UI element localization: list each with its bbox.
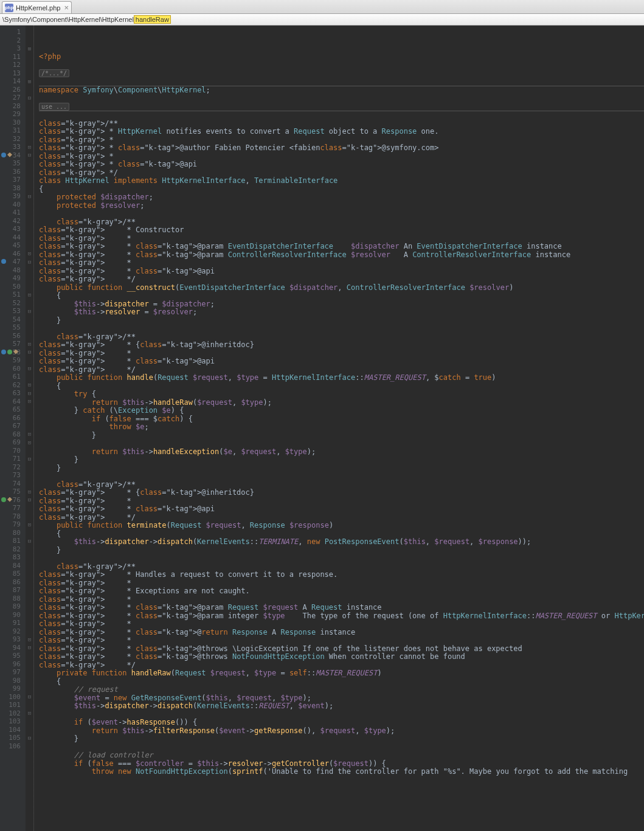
line-number[interactable]: 54 bbox=[0, 316, 21, 324]
line-number[interactable]: 99 bbox=[0, 684, 21, 693]
code-line[interactable]: } bbox=[39, 464, 644, 473]
fold-toggle[interactable]: ⊟ bbox=[26, 455, 33, 463]
line-number[interactable]: 101 bbox=[0, 701, 21, 709]
code-line[interactable]: private function handleRaw(Request $requ… bbox=[39, 669, 644, 678]
line-number[interactable]: 91 bbox=[0, 619, 21, 627]
fold-toggle[interactable]: ⊟ bbox=[26, 151, 33, 160]
line-number[interactable]: 40 bbox=[0, 201, 21, 209]
line-number[interactable]: 28 bbox=[0, 102, 21, 111]
line-number[interactable]: 98 bbox=[0, 677, 21, 685]
code-line[interactable]: $this->dispatcher->dispatch(KernelEvents… bbox=[39, 538, 644, 547]
code-line[interactable]: class="k-gray">/** bbox=[39, 120, 644, 128]
line-number[interactable]: 1 bbox=[0, 28, 21, 36]
fold-toggle[interactable]: ⊟ bbox=[26, 537, 33, 545]
line-number[interactable]: 14 bbox=[0, 77, 21, 86]
code-line[interactable]: class="k-gray"> * class="k-tag">@param i… bbox=[39, 612, 644, 621]
fold-toggle[interactable] bbox=[26, 595, 33, 603]
fold-toggle[interactable]: ⊟ bbox=[26, 734, 33, 742]
code-line[interactable]: } catch (\Exception $e) { bbox=[39, 407, 644, 415]
line-number[interactable]: 89 bbox=[0, 602, 21, 611]
line-number[interactable]: 36 bbox=[0, 168, 21, 176]
line-number[interactable]: 82 bbox=[0, 545, 21, 554]
implements-icon[interactable] bbox=[7, 497, 12, 502]
line-number[interactable]: 60 bbox=[0, 365, 21, 373]
code-line[interactable]: } bbox=[39, 735, 644, 743]
line-number[interactable]: 12 bbox=[0, 61, 21, 69]
line-number[interactable]: 11 bbox=[0, 53, 21, 61]
code-line[interactable]: { bbox=[39, 292, 644, 300]
line-number[interactable]: 51 bbox=[0, 291, 21, 299]
code-line[interactable]: class="k-gray"> * bbox=[39, 620, 644, 629]
fold-toggle[interactable] bbox=[26, 159, 33, 168]
line-number[interactable]: 75 bbox=[0, 488, 21, 496]
code-line[interactable] bbox=[39, 77, 644, 86]
line-number[interactable]: 76 bbox=[0, 496, 21, 505]
fold-toggle[interactable] bbox=[26, 184, 33, 193]
fold-toggle[interactable]: ⊡ bbox=[26, 430, 33, 439]
code-line[interactable] bbox=[39, 440, 644, 448]
code-line[interactable]: protected $resolver; bbox=[39, 202, 644, 210]
fold-toggle[interactable]: ⊞ bbox=[26, 44, 33, 53]
code-line[interactable]: class="k-gray"> * bbox=[39, 136, 644, 145]
line-number[interactable]: 95 bbox=[0, 652, 21, 660]
code-line[interactable]: class="k-gray"> * bbox=[39, 579, 644, 588]
fold-toggle[interactable] bbox=[26, 299, 33, 308]
line-number[interactable]: 42 bbox=[0, 217, 21, 226]
line-number[interactable]: 79 bbox=[0, 520, 21, 529]
line-number[interactable]: 3 bbox=[0, 44, 21, 53]
code-line[interactable]: if ($event->hasResponse()) { bbox=[39, 719, 644, 727]
fold-toggle[interactable] bbox=[26, 717, 33, 726]
code-line[interactable]: class="k-gray">/** bbox=[39, 218, 644, 227]
line-number[interactable]: 64 bbox=[0, 398, 21, 406]
line-number[interactable]: 46 bbox=[0, 250, 21, 258]
code-line[interactable]: class="k-gray"> */ bbox=[39, 661, 644, 670]
line-number[interactable]: 50 bbox=[0, 283, 21, 291]
code-line[interactable]: } bbox=[39, 317, 644, 325]
fold-toggle[interactable] bbox=[26, 742, 33, 751]
code-line[interactable]: { bbox=[39, 382, 644, 391]
line-number[interactable]: 33 bbox=[0, 143, 21, 151]
fold-toggle[interactable] bbox=[26, 266, 33, 275]
code-line[interactable]: class="k-gray"> * bbox=[39, 596, 644, 604]
fold-toggle[interactable]: ⊞ bbox=[26, 77, 33, 86]
code-line[interactable]: class="k-gray"> * class="k-tag">@api bbox=[39, 505, 644, 514]
fold-toggle[interactable] bbox=[26, 373, 33, 381]
line-number[interactable]: 97 bbox=[0, 668, 21, 677]
fold-toggle[interactable] bbox=[26, 332, 33, 340]
fold-column[interactable]: ⊞⊞⊟⊡⊟⊟⊡⊟⊡⊟⊡⊟⊟⊡⊟⊡⊡⊡⊟⊡⊟⊡⊟⊡⊟⊟⊡⊟ bbox=[26, 26, 34, 831]
code-line[interactable]: throw new NotFoundHttpException(sprintf(… bbox=[39, 768, 644, 776]
line-number[interactable]: 88 bbox=[0, 595, 21, 603]
line-number[interactable]: 37 bbox=[0, 176, 21, 184]
line-number[interactable]: 29 bbox=[0, 110, 21, 119]
code-line[interactable]: $this->dispatcher = $dispatcher; bbox=[39, 300, 644, 309]
code-line[interactable]: class="k-gray"> * HttpKernel notifies ev… bbox=[39, 128, 644, 136]
fold-toggle[interactable] bbox=[26, 323, 33, 332]
fold-toggle[interactable] bbox=[26, 414, 33, 422]
line-number[interactable]: 47 bbox=[0, 258, 21, 266]
code-line[interactable]: class="k-gray"> * class="k-tag">@throws … bbox=[39, 645, 644, 653]
fold-toggle[interactable] bbox=[26, 28, 33, 36]
code-line[interactable]: } bbox=[39, 456, 644, 464]
line-number[interactable]: 96 bbox=[0, 660, 21, 669]
line-number[interactable]: 87 bbox=[0, 586, 21, 595]
code-line[interactable]: class="k-gray"> * class="k-tag">@return … bbox=[39, 629, 644, 637]
code-line[interactable]: class="k-gray"> * bbox=[39, 636, 644, 645]
fold-toggle[interactable]: ⊡ bbox=[26, 291, 33, 299]
breakpoint-icon[interactable] bbox=[1, 259, 6, 264]
fold-toggle[interactable] bbox=[26, 422, 33, 430]
code-line[interactable] bbox=[39, 554, 644, 563]
fold-toggle[interactable] bbox=[26, 570, 33, 578]
code-line[interactable]: protected $dispatcher; bbox=[39, 193, 644, 202]
fold-toggle[interactable] bbox=[26, 726, 33, 734]
fold-toggle[interactable]: ⊡ bbox=[26, 709, 33, 718]
fold-toggle[interactable]: ⊡ bbox=[26, 143, 33, 151]
code-line[interactable]: /*...*/ bbox=[39, 69, 644, 78]
fold-toggle[interactable]: ⊡ bbox=[26, 250, 33, 258]
code-line[interactable] bbox=[39, 472, 644, 481]
fold-toggle[interactable] bbox=[26, 86, 33, 94]
fold-toggle[interactable]: ⊟ bbox=[26, 365, 33, 373]
fold-toggle[interactable] bbox=[26, 611, 33, 619]
code-line[interactable]: class="k-gray"> * bbox=[39, 497, 644, 506]
fold-toggle[interactable] bbox=[26, 677, 33, 685]
fold-toggle[interactable] bbox=[26, 102, 33, 111]
